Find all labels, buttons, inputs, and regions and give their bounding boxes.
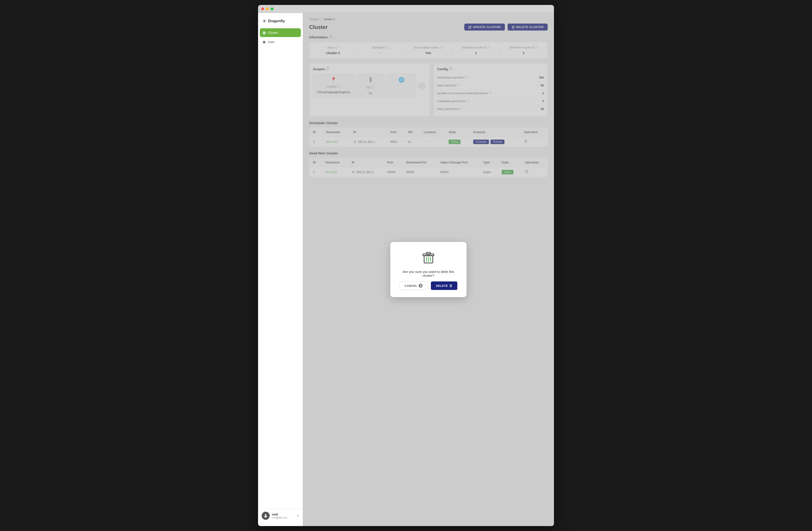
main-content: clusters / cluster-1 Cluster UPDATE CLUS…: [303, 13, 554, 526]
user-info: root root@dfy.com: [272, 513, 294, 519]
logo-icon: ✳: [262, 18, 266, 24]
app-layout: ✳ Dragonfly ▦ Cluster ◉ User root: [258, 13, 554, 526]
sidebar-item-user-label: User: [268, 40, 275, 44]
minimize-button[interactable]: [266, 8, 269, 10]
modal-message: Are you sure you want to delet this clus…: [399, 270, 458, 277]
sidebar: ✳ Dragonfly ▦ Cluster ◉ User root: [258, 13, 303, 526]
sidebar-user-section: root root@dfy.com ⇅: [258, 509, 303, 522]
avatar: [262, 512, 270, 520]
cluster-icon: ▦: [262, 30, 266, 35]
delete-confirm-modal: Are you sure you want to delet this clus…: [390, 242, 466, 297]
svg-rect-6: [426, 252, 431, 254]
logo: ✳ Dragonfly: [258, 17, 303, 28]
titlebar: [258, 5, 554, 13]
svg-point-0: [265, 514, 266, 516]
sidebar-nav: ▦ Cluster ◉ User: [258, 28, 303, 46]
delete-confirm-button[interactable]: DELETE: [431, 281, 457, 290]
modal-icon-wrap: [421, 250, 436, 266]
delete-label: DELETE: [436, 284, 448, 288]
user-name: root: [272, 513, 294, 516]
sidebar-item-cluster[interactable]: ▦ Cluster: [260, 28, 301, 37]
cancel-x-icon: ✕: [419, 284, 423, 288]
sidebar-item-cluster-label: Cluster: [268, 31, 278, 34]
mac-window: ✳ Dragonfly ▦ Cluster ◉ User root: [258, 5, 554, 526]
user-arrows-icon[interactable]: ⇅: [297, 514, 299, 517]
delete-icon: [449, 284, 452, 287]
trash-modal-icon: [421, 250, 436, 266]
user-email: root@dfy.com: [272, 516, 294, 519]
maximize-button[interactable]: [271, 8, 274, 10]
user-icon: ◉: [262, 40, 266, 44]
modal-overlay: Are you sure you want to delet this clus…: [303, 13, 554, 526]
logo-text: Dragonfly: [268, 19, 285, 23]
modal-actions: CANCEL ✕ DELETE: [399, 281, 458, 290]
cancel-button[interactable]: CANCEL ✕: [400, 281, 428, 290]
close-button[interactable]: [261, 8, 264, 10]
cancel-label: CANCEL: [405, 284, 418, 288]
sidebar-item-user[interactable]: ◉ User: [260, 38, 301, 46]
